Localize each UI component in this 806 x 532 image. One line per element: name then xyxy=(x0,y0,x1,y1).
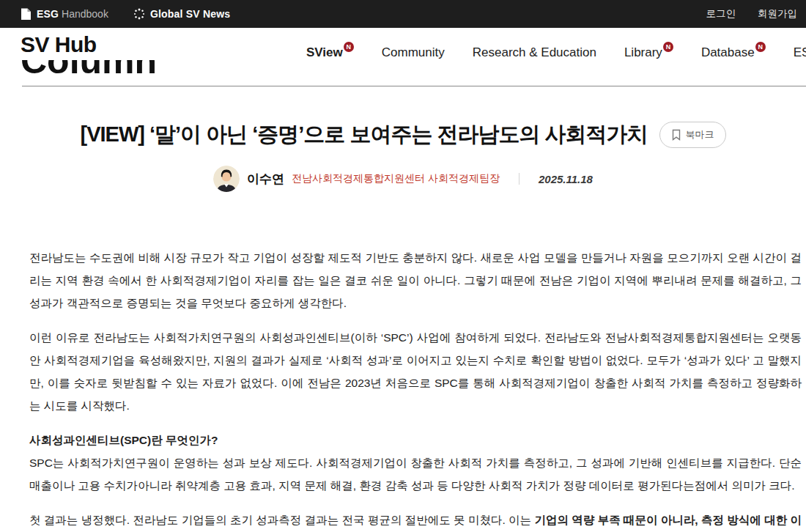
global-sv-news-link[interactable]: Global SV News xyxy=(133,8,230,20)
site-logo[interactable]: SV Hub xyxy=(21,32,97,57)
body-text: 첫 결과는 냉정했다. 전라남도 기업들의 초기 성과측정 결과는 전국 평균의… xyxy=(29,514,534,526)
body-text: 이런 이유로 전라남도는 사회적가치연구원의 사회성과인센티브(이하 ‘SPC’… xyxy=(29,331,802,412)
article-paragraph: 전라남도는 수도권에 비해 시장 규모가 작고 기업이 성장할 제도적 기반도 … xyxy=(29,246,802,314)
article-paragraph: 첫 결과는 냉정했다. 전라남도 기업들의 초기 성과측정 결과는 전국 평균의… xyxy=(29,509,802,532)
page-title: Column xyxy=(21,60,157,79)
body-text: 전라남도는 수도권에 비해 시장 규모가 작고 기업이 성장할 제도적 기반도 … xyxy=(29,251,802,309)
article-date: 2025.11.18 xyxy=(539,173,593,185)
top-utility-bar: ESG Handbook Global SV News 로그인 회원가입 xyxy=(0,0,806,28)
body-text: SPC는 사회적가치연구원이 운영하는 성과 보상 제도다. 사회적경제기업이 … xyxy=(29,457,802,492)
bookmark-button[interactable]: 북마크 xyxy=(659,122,726,148)
site-header: SV Hub Column SViewN Community Research … xyxy=(0,28,806,86)
new-badge: N xyxy=(755,42,766,52)
nav-esgame[interactable]: ESGame xyxy=(794,45,806,60)
document-icon xyxy=(21,8,32,21)
new-badge: N xyxy=(344,42,354,52)
title-row: [VIEW] ‘말’이 아닌 ‘증명’으로 보여주는 전라남도의 사회적가치 북… xyxy=(0,120,806,149)
esg-handbook-label: ESG Handbook xyxy=(37,8,108,20)
avatar xyxy=(213,166,240,192)
login-link[interactable]: 로그인 xyxy=(706,7,736,21)
bookmark-icon xyxy=(671,129,681,141)
signup-link[interactable]: 회원가입 xyxy=(758,7,797,21)
page-title-clip: Column xyxy=(21,60,157,85)
nav-library[interactable]: LibraryN xyxy=(624,45,673,60)
nav-community[interactable]: Community xyxy=(382,45,445,60)
global-sv-news-label: Global SV News xyxy=(150,8,230,20)
article-paragraph: 사회성과인센티브(SPC)란 무엇인가?SPC는 사회적가치연구원이 운영하는 … xyxy=(29,429,802,497)
header-divider xyxy=(22,86,806,86)
esg-handbook-link[interactable]: ESG Handbook xyxy=(21,8,108,21)
new-badge: N xyxy=(663,42,673,52)
author-name[interactable]: 이수연 xyxy=(247,171,284,188)
nav-sview[interactable]: SViewN xyxy=(306,45,354,60)
nav-database[interactable]: DatabaseN xyxy=(701,45,766,60)
author-row: 이수연 전남사회적경제통합지원센터 사회적경제팀장 2025.11.18 xyxy=(0,166,806,192)
article-title: [VIEW] ‘말’이 아닌 ‘증명’으로 보여주는 전라남도의 사회적가치 xyxy=(81,120,648,149)
nav-research-education[interactable]: Research & Education xyxy=(473,45,596,60)
article-paragraph: 이런 이유로 전라남도는 사회적가치연구원의 사회성과인센티브(이하 ‘SPC’… xyxy=(29,326,802,417)
bookmark-label: 북마크 xyxy=(686,128,714,141)
main-nav: SViewN Community Research & Education Li… xyxy=(306,45,806,60)
dotted-globe-icon xyxy=(133,8,145,20)
article-body: 전라남도는 수도권에 비해 시장 규모가 작고 기업이 성장할 제도적 기반도 … xyxy=(29,246,802,532)
author-role[interactable]: 전남사회적경제통합지원센터 사회적경제팀장 xyxy=(292,172,500,185)
topbar-right: 로그인 회원가입 xyxy=(706,7,798,21)
section-heading: 사회성과인센티브(SPC)란 무엇인가? xyxy=(29,429,802,451)
article-header: [VIEW] ‘말’이 아닌 ‘증명’으로 보여주는 전라남도의 사회적가치 북… xyxy=(0,120,806,192)
meta-divider xyxy=(519,173,520,185)
